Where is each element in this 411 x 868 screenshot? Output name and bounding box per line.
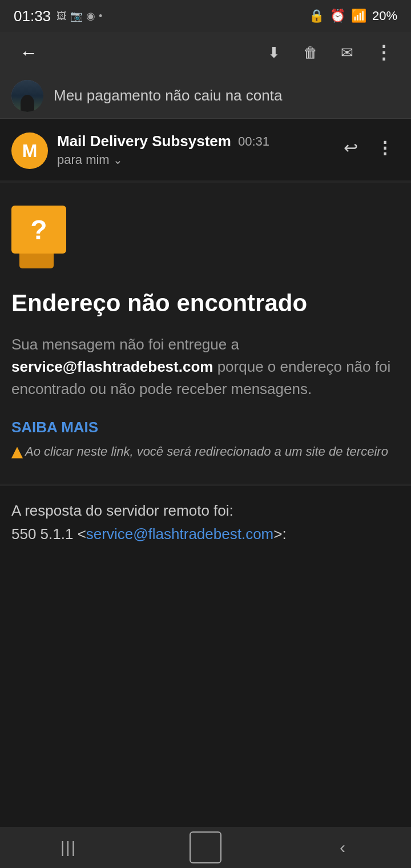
- mark-mail-button[interactable]: ✉: [331, 37, 363, 69]
- email-section: M Mail Delivery Subsystem 00:31 para mim…: [0, 119, 411, 180]
- server-email-link[interactable]: service@flashtradebest.com: [86, 525, 273, 542]
- sender-name: Mail Delivery Subsystem: [57, 132, 231, 150]
- archive-icon: ⬇: [268, 44, 280, 62]
- reply-icon: ↩: [344, 138, 358, 158]
- server-response-code: 550 5.1.1 <service@flashtradebest.com>:: [11, 525, 400, 543]
- more-options-button[interactable]: [368, 37, 400, 69]
- battery-label: 20%: [372, 9, 397, 23]
- wifi-icon: 📶: [351, 9, 366, 23]
- email-toolbar: ⬇ 🗑 ✉: [0, 32, 411, 73]
- back-button[interactable]: [11, 35, 46, 70]
- prev-avatar: [11, 80, 43, 112]
- nav-home-button[interactable]: [183, 830, 228, 865]
- chevron-down-icon: ⌄: [113, 153, 123, 167]
- error-code: 550 5.1.1 <: [11, 525, 86, 542]
- email-more-button[interactable]: ⋮: [370, 132, 400, 162]
- previous-email-preview[interactable]: Meu pagamento não caiu na conta: [0, 73, 411, 119]
- email-error-title: Endereço não encontrado: [11, 289, 400, 318]
- recipient-email-address: service@flashtradebest.com: [11, 358, 213, 375]
- toolbar-actions: ⬇ 🗑 ✉: [258, 37, 400, 69]
- redirect-warning: Ao clicar neste link, você será redireci…: [11, 443, 400, 461]
- back-chevron-icon: ‹: [340, 838, 345, 857]
- sender-avatar: M: [11, 132, 48, 169]
- warning-triangle-icon: [11, 447, 23, 459]
- body-text-before-email: Sua mensagem não foi entregue a: [11, 336, 239, 353]
- navigation-bar: ||| ‹: [0, 827, 411, 868]
- email-more-icon: ⋮: [376, 138, 393, 158]
- more-icon: [374, 42, 393, 63]
- back-icon: [19, 42, 38, 63]
- code-end: >:: [273, 525, 286, 542]
- learn-more-link[interactable]: SAIBA MAIS: [11, 419, 400, 436]
- status-icons: 🖼 📷 ◉ •: [57, 10, 102, 22]
- status-right-icons: 🔒 ⏰ 📶 20%: [309, 9, 397, 23]
- shield-icon: 🔒: [309, 9, 324, 23]
- alarm-icon: ⏰: [330, 9, 345, 23]
- recipient-row[interactable]: para mim ⌄: [57, 152, 327, 167]
- time-label: 01:33: [14, 7, 51, 25]
- recent-apps-icon: |||: [61, 838, 76, 857]
- email-time: 00:31: [238, 134, 269, 149]
- sender-info: Mail Delivery Subsystem 00:31 para mim ⌄: [57, 132, 327, 167]
- question-mark-icon: ?: [30, 214, 47, 246]
- prev-avatar-image: [11, 80, 43, 112]
- sender-name-row: Mail Delivery Subsystem 00:31: [57, 132, 327, 150]
- mail-question-icon: ?: [11, 206, 66, 254]
- notification-dot-icon: •: [99, 10, 102, 22]
- email-body-wrapper: ? Endereço não encontrado Sua mensagem n…: [0, 180, 411, 486]
- recipient-label: para mim: [57, 152, 110, 167]
- email-actions: ↩ ⋮: [336, 132, 400, 162]
- gallery-icon: 🖼: [57, 10, 67, 22]
- sender-initial: M: [22, 140, 38, 162]
- server-response-label: A resposta do servidor remoto foi:: [11, 502, 400, 520]
- prev-email-subject: Meu pagamento não caiu na conta: [54, 87, 282, 105]
- reply-button[interactable]: ↩: [336, 132, 365, 162]
- archive-button[interactable]: ⬇: [258, 37, 290, 69]
- status-bar: 01:33 🖼 📷 ◉ • 🔒 ⏰ 📶 20%: [0, 0, 411, 32]
- server-response-section: A resposta do servidor remoto foi: 550 5…: [0, 486, 411, 554]
- instagram-icon: 📷: [70, 10, 83, 22]
- status-time: 01:33 🖼 📷 ◉ •: [14, 7, 102, 25]
- delete-button[interactable]: 🗑: [295, 37, 327, 69]
- home-circle-icon: [190, 831, 221, 863]
- email-body-text: Sua mensagem não foi entregue a service@…: [11, 333, 400, 400]
- nav-recent-apps-button[interactable]: |||: [46, 830, 91, 865]
- email-header: M Mail Delivery Subsystem 00:31 para mim…: [11, 132, 400, 180]
- delete-icon: 🗑: [303, 44, 318, 62]
- nav-back-button[interactable]: ‹: [320, 830, 365, 865]
- mail-icon: ✉: [341, 44, 353, 62]
- email-body: ? Endereço não encontrado Sua mensagem n…: [0, 183, 411, 484]
- circle-dot-icon: ◉: [86, 10, 95, 22]
- mail-question-icon-wrapper: ?: [11, 206, 400, 271]
